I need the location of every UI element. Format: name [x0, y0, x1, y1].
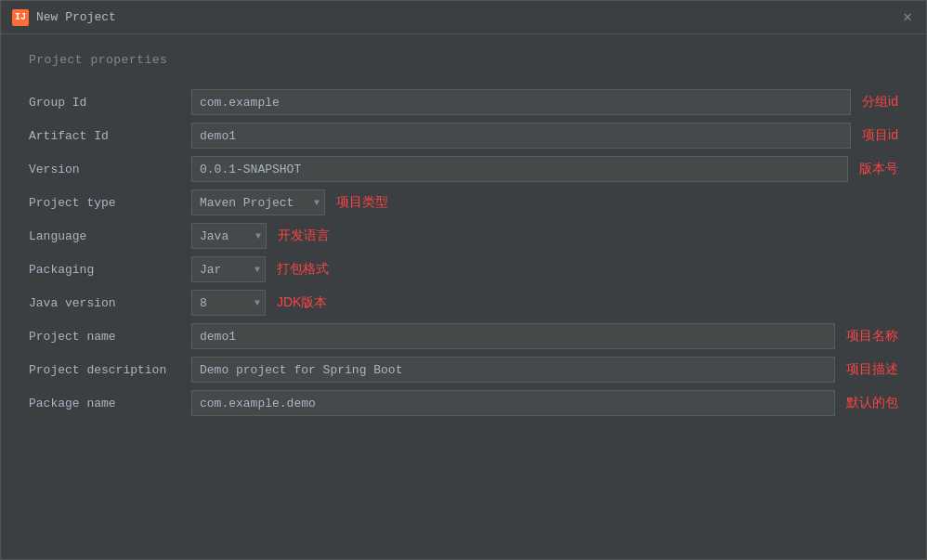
title-bar: IJ New Project ✕: [1, 1, 926, 34]
java-version-select[interactable]: 8 11 17 21: [191, 290, 266, 316]
form-grid: Group Id 分组id Artifact Id 项目id Version 版…: [29, 85, 898, 420]
package-name-input[interactable]: [191, 390, 835, 416]
language-field: Java Kotlin Groovy ▼ 开发语言: [191, 219, 898, 253]
packaging-annotation: 打包格式: [277, 261, 329, 278]
title-bar-left: IJ New Project: [12, 9, 116, 26]
dialog-content: Project properties Group Id 分组id Artifac…: [1, 34, 926, 448]
version-field: 版本号: [191, 152, 898, 186]
project-description-label: Project description: [29, 353, 191, 386]
project-type-field: Maven Project Gradle Project ▼ 项目类型: [191, 186, 898, 219]
packaging-select-wrapper: Jar War ▼: [191, 256, 266, 282]
project-name-input[interactable]: [191, 323, 835, 349]
artifact-id-input[interactable]: [191, 123, 851, 149]
project-name-label: Project name: [29, 319, 191, 353]
project-name-field: 项目名称: [191, 319, 898, 353]
version-annotation: 版本号: [859, 161, 898, 177]
project-type-label: Project type: [29, 186, 191, 219]
group-id-annotation: 分组id: [862, 94, 898, 111]
version-label: Version: [29, 152, 191, 186]
group-id-input[interactable]: [191, 89, 851, 115]
java-version-field: 8 11 17 21 ▼ JDK版本: [191, 286, 898, 319]
version-input[interactable]: [191, 156, 848, 182]
packaging-label: Packaging: [29, 253, 191, 286]
packaging-select[interactable]: Jar War: [191, 256, 266, 282]
group-id-label: Group Id: [29, 85, 191, 119]
project-type-select[interactable]: Maven Project Gradle Project: [191, 189, 325, 215]
group-id-field: 分组id: [191, 85, 898, 119]
language-annotation: 开发语言: [278, 228, 330, 244]
section-title: Project properties: [29, 53, 898, 67]
project-name-annotation: 项目名称: [846, 328, 898, 345]
new-project-dialog: IJ New Project ✕ Project properties Grou…: [0, 0, 927, 560]
language-select-wrapper: Java Kotlin Groovy ▼: [191, 223, 267, 249]
project-description-field: 项目描述: [191, 353, 898, 386]
package-name-label: Package name: [29, 386, 191, 420]
project-description-input[interactable]: [191, 357, 835, 383]
java-version-annotation: JDK版本: [277, 294, 327, 311]
packaging-field: Jar War ▼ 打包格式: [191, 253, 898, 286]
java-version-select-wrapper: 8 11 17 21 ▼: [191, 290, 266, 316]
project-type-select-wrapper: Maven Project Gradle Project ▼: [191, 189, 325, 215]
java-version-label: Java version: [29, 286, 191, 319]
artifact-id-label: Artifact Id: [29, 119, 191, 152]
project-type-annotation: 项目类型: [336, 194, 388, 211]
package-name-field: 默认的包: [191, 386, 898, 420]
package-name-annotation: 默认的包: [846, 395, 898, 411]
language-label: Language: [29, 219, 191, 253]
language-select[interactable]: Java Kotlin Groovy: [191, 223, 267, 249]
project-description-annotation: 项目描述: [846, 361, 898, 378]
artifact-id-annotation: 项目id: [862, 127, 898, 144]
artifact-id-field: 项目id: [191, 119, 898, 152]
app-icon: IJ: [12, 9, 29, 26]
close-button[interactable]: ✕: [900, 10, 915, 25]
dialog-title: New Project: [36, 10, 116, 24]
